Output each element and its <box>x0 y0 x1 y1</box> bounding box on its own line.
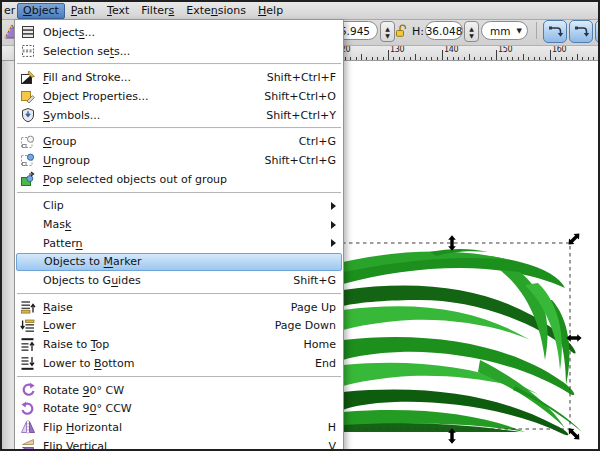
menu-shortcut: Shift+Ctrl+G <box>264 154 336 167</box>
menu-item-mask[interactable]: Mask <box>16 215 342 234</box>
ruler-tick <box>431 57 432 61</box>
ruler-tick <box>523 54 524 60</box>
menu-item-raise[interactable]: RaisePage Up <box>16 298 342 317</box>
menu-item-label: Mask <box>43 218 313 231</box>
ruler-tick <box>491 57 492 61</box>
menubar-item-filters[interactable]: Filters <box>135 3 180 19</box>
menubar-item-layer-partial[interactable]: er <box>2 3 17 19</box>
ruler-tick <box>404 57 405 61</box>
menu-shortcut: End <box>315 357 336 370</box>
menu-item-group[interactable]: GroupCtrl+G <box>16 132 342 151</box>
height-value-field[interactable]: 36.048 <box>425 21 463 40</box>
grass-artwork[interactable] <box>343 249 582 435</box>
menu-shortcut: Page Up <box>291 301 336 314</box>
ruler-label: 150 <box>498 45 512 54</box>
no-icon <box>19 235 37 251</box>
menu-item-objects-to-marker[interactable]: Objects to Marker <box>16 253 342 272</box>
affect-button-2[interactable] <box>569 20 593 43</box>
ruler-tick <box>496 50 497 60</box>
ruler-tick <box>474 57 475 61</box>
menubar-item-help[interactable]: Help <box>252 3 289 19</box>
ruler-tick <box>356 57 357 61</box>
affect-button-3[interactable] <box>595 20 600 43</box>
menu-item-label: Objects... <box>43 26 336 39</box>
menu-item-label: Flip Vertical <box>43 440 310 451</box>
open-padlock-icon[interactable] <box>394 23 408 43</box>
menu-item-rotate-90-cw[interactable]: Rotate 90° CW <box>16 381 342 400</box>
menu-shortcut: Ctrl+G <box>299 135 336 148</box>
menu-shortcut: V <box>328 440 336 451</box>
ruler-tick <box>447 57 448 61</box>
height-spinner[interactable]: ▲▼ <box>464 21 479 42</box>
ruler-tick <box>399 57 400 61</box>
menu-item-objects[interactable]: Objects... <box>16 23 342 42</box>
menu-item-label: Clip <box>43 199 313 212</box>
menu-shortcut: Home <box>304 338 336 351</box>
menu-item-label: Rotate 90° CCW <box>43 402 336 415</box>
menu-item-raise-to-top[interactable]: Raise to TopHome <box>16 335 342 354</box>
unit-dropdown[interactable]: mm▼ <box>481 21 528 40</box>
menu-item-fill-and-stroke[interactable]: Fill and Stroke...Shift+Ctrl+F <box>16 68 342 87</box>
menu-item-pop-selected-objects-out-of-group[interactable]: Pop selected objects out of group <box>16 170 342 189</box>
menu-item-symbols[interactable]: Symbols...Shift+Ctrl+Y <box>16 106 342 125</box>
menu-item-objects-to-guides[interactable]: Objects to GuidesShift+G <box>16 271 342 290</box>
submenu-arrow-icon <box>331 221 336 229</box>
ruler-tick <box>561 57 562 61</box>
ruler-tick <box>528 57 529 61</box>
menu-item-lower-to-bottom[interactable]: Lower to BottomEnd <box>16 354 342 373</box>
menu-item-label: Objects to Marker <box>44 255 335 268</box>
ruler-tick <box>512 57 513 61</box>
menu-item-object-properties[interactable]: Object Properties...Shift+Ctrl+O <box>16 87 342 106</box>
menu-item-label: Pop selected objects out of group <box>43 173 336 186</box>
menu-item-label: Raise to Top <box>43 338 286 351</box>
menu-item-flip-vertical[interactable]: Flip VerticalV <box>16 437 342 451</box>
menu-shortcut: Shift+Ctrl+F <box>267 71 336 84</box>
menu-item-flip-horizontal[interactable]: Flip HorizontalH <box>16 418 342 437</box>
menu-item-lower[interactable]: LowerPage Down <box>16 317 342 336</box>
menu-shortcut: Page Down <box>275 319 336 332</box>
ruler-tick <box>545 57 546 61</box>
toolbar-separator <box>536 22 537 39</box>
ruler-label: 140 <box>444 45 458 54</box>
rotate-ccw-icon <box>19 401 37 417</box>
ruler-tick <box>383 57 384 61</box>
menubar-item-object[interactable]: Object <box>17 3 65 19</box>
menu-shortcut: Shift+G <box>293 274 336 287</box>
ruler-tick <box>501 57 502 61</box>
affect-button-1[interactable] <box>543 20 567 43</box>
menu-item-label: Object Properties... <box>43 90 246 103</box>
ruler-tick <box>464 57 465 61</box>
ruler-tick <box>388 50 389 60</box>
ruler-tick <box>377 57 378 61</box>
menubar-item-text[interactable]: Text <box>101 3 135 19</box>
menu-item-label: Ungroup <box>43 154 246 167</box>
menu-item-clip[interactable]: Clip <box>16 197 342 216</box>
inkscape-window: er ObjectPathTextFiltersExtensionsHelp 5… <box>0 0 600 451</box>
chevron-down-icon: ▼ <box>516 27 521 35</box>
menu-separator <box>17 376 341 378</box>
menu-item-rotate-90-ccw[interactable]: Rotate 90° CCW <box>16 399 342 418</box>
menu-item-ungroup[interactable]: UngroupShift+Ctrl+G <box>16 151 342 170</box>
ruler-tick <box>393 57 394 61</box>
ruler-tick <box>420 57 421 61</box>
raise-icon <box>19 299 37 315</box>
menubar-item-extensions[interactable]: Extensions <box>180 3 252 19</box>
ruler-tick <box>366 57 367 61</box>
ruler-tick <box>410 57 411 61</box>
menu-item-label: Lower <box>43 319 257 332</box>
ruler-tick <box>593 57 594 61</box>
menu-item-label: Fill and Stroke... <box>43 71 249 84</box>
menu-item-label: Selection sets... <box>43 45 336 58</box>
menu-item-pattern[interactable]: Pattern <box>16 234 342 253</box>
ruler-tick <box>582 57 583 61</box>
ruler-tick <box>453 57 454 61</box>
no-icon <box>19 198 37 214</box>
menu-item-selection-sets[interactable]: Selection sets... <box>16 42 342 61</box>
menu-separator <box>17 63 341 65</box>
menubar-item-path[interactable]: Path <box>65 3 101 19</box>
menu-item-label: Raise <box>43 301 273 314</box>
width-spinner[interactable]: ▲▼ <box>380 21 395 42</box>
ruler-tick <box>539 57 540 61</box>
flip-h-icon <box>19 419 37 435</box>
group-icon <box>19 134 37 150</box>
